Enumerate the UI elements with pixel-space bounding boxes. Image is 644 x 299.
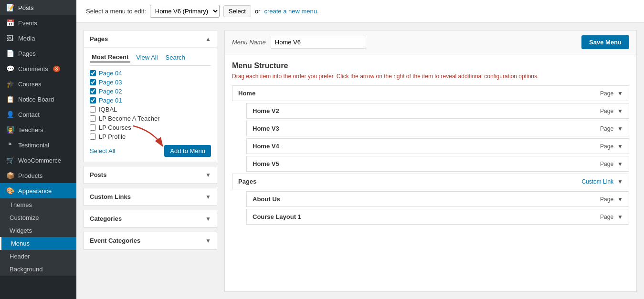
menu-item-home-v5-label: Home V5 — [253, 160, 279, 167]
sidebar-item-themes[interactable]: Themes — [0, 198, 76, 211]
menu-name-left: Menu Name — [232, 36, 366, 49]
menu-item-about-us-type: Page — [600, 196, 613, 203]
sidebar-item-label: Products — [18, 172, 42, 179]
menu-structure-hint: Drag each item into the order you prefer… — [232, 73, 629, 80]
menu-item-course-layout-1[interactable]: Course Layout 1 Page ▼ — [246, 209, 629, 225]
menu-item-about-us[interactable]: About Us Page ▼ — [246, 191, 629, 207]
background-label: Background — [10, 266, 42, 273]
menu-item-about-us-right: Page ▼ — [600, 196, 623, 203]
tab-most-recent[interactable]: Most Recent — [90, 52, 130, 62]
sidebar-item-media[interactable]: 🖼 Media — [0, 31, 76, 46]
tab-view-all[interactable]: View All — [134, 52, 159, 62]
categories-panel-header[interactable]: Categories ▼ — [84, 210, 217, 227]
main-content: Select a menu to edit: Home V6 (Primary)… — [76, 0, 644, 299]
save-menu-button[interactable]: Save Menu — [581, 35, 629, 49]
appearance-submenu: Themes Customize Widgets Menus Header Ba… — [0, 198, 76, 276]
menu-item-pages-label: Pages — [238, 178, 256, 185]
sidebar-item-courses[interactable]: 🎓 Courses — [0, 76, 76, 92]
menu-item-home-v2-right: Page ▼ — [600, 108, 623, 114]
checkbox-lp-profile-input[interactable] — [90, 134, 96, 140]
checkbox-lp-courses-label: LP Courses — [99, 124, 131, 131]
pages-panel-header[interactable]: Pages ▲ — [84, 31, 217, 48]
sidebar-item-noticeboard[interactable]: 📋 Notice Board — [0, 92, 76, 107]
sidebar-item-comments[interactable]: 💬 Comments 8 — [0, 61, 76, 76]
sidebar-item-pages[interactable]: 📄 Pages — [0, 46, 76, 61]
menu-select-dropdown[interactable]: Home V6 (Primary) — [150, 5, 220, 18]
add-to-menu-button[interactable]: Add to Menu — [164, 145, 211, 157]
left-panel: Pages ▲ Most Recent View All Search Page… — [84, 30, 217, 292]
sidebar-item-customize[interactable]: Customize — [0, 211, 76, 224]
event-categories-panel-title: Event Categories — [90, 237, 140, 244]
create-new-menu-link[interactable]: create a new menu. — [264, 8, 318, 15]
sidebar-item-testimonial[interactable]: ❝ Testimonial — [0, 137, 76, 153]
media-icon: 🖼 — [6, 34, 14, 42]
menu-name-label: Menu Name — [232, 39, 266, 46]
sidebar-item-header[interactable]: Header — [0, 250, 76, 263]
checkbox-page03-input[interactable] — [90, 79, 96, 85]
sidebar-item-label: Testimonial — [18, 142, 49, 149]
menu-item-home-v4[interactable]: Home V4 Page ▼ — [246, 138, 629, 154]
menu-item-home-type: Page — [600, 90, 613, 97]
checkbox-lp-courses-input[interactable] — [90, 124, 96, 131]
sidebar-item-background[interactable]: Background — [0, 263, 76, 276]
menu-item-home-v5[interactable]: Home V5 Page ▼ — [246, 156, 629, 172]
sidebar-item-label: Pages — [18, 50, 36, 57]
menu-item-home-v3-label: Home V3 — [253, 125, 279, 132]
menu-item-home-v4-arrow[interactable]: ▼ — [617, 143, 623, 150]
posts-panel-header[interactable]: Posts ▼ — [84, 166, 217, 184]
checkbox-page03: Page 03 — [90, 79, 211, 86]
checkbox-lp-become-input[interactable] — [90, 115, 96, 122]
menu-item-home-v3-right: Page ▼ — [600, 125, 623, 132]
menu-item-about-us-arrow[interactable]: ▼ — [617, 196, 623, 203]
select-all-link[interactable]: Select All — [90, 147, 115, 155]
categories-panel: Categories ▼ — [84, 210, 217, 228]
select-button[interactable]: Select — [223, 5, 251, 17]
menu-item-home[interactable]: Home Page ▼ — [232, 85, 629, 101]
checkbox-page04-input[interactable] — [90, 70, 96, 76]
menu-item-course-layout-1-arrow[interactable]: ▼ — [617, 214, 623, 220]
checkbox-page02-input[interactable] — [90, 88, 96, 94]
checkbox-lp-become-label: LP Become A Teacher — [99, 115, 159, 122]
checkbox-iqbal: IQBAL — [90, 106, 211, 113]
menu-item-home-v2-arrow[interactable]: ▼ — [617, 108, 623, 114]
menu-item-pages[interactable]: Pages Custom Link ▼ — [232, 174, 629, 189]
custom-links-panel: Custom Links ▼ — [84, 188, 217, 206]
menu-item-home-v3-arrow[interactable]: ▼ — [617, 125, 623, 132]
menus-label: Menus — [11, 240, 30, 247]
sidebar-item-label: Teachers — [18, 126, 43, 134]
tab-search[interactable]: Search — [164, 52, 187, 62]
checkbox-page01-input[interactable] — [90, 97, 96, 103]
pages-panel-body: Most Recent View All Search Page 04 Page… — [84, 48, 217, 162]
sidebar-item-teachers[interactable]: 👩‍🏫 Teachers — [0, 122, 76, 137]
custom-links-panel-header[interactable]: Custom Links ▼ — [84, 188, 217, 206]
sidebar-item-widgets[interactable]: Widgets — [0, 224, 76, 237]
menu-item-home-v3[interactable]: Home V3 Page ▼ — [246, 121, 629, 136]
sidebar-item-menus[interactable]: Menus — [0, 237, 76, 250]
checkbox-lp-courses: LP Courses — [90, 124, 211, 131]
sidebar-item-products[interactable]: 📦 Products — [0, 168, 76, 183]
events-icon: 📅 — [6, 19, 14, 27]
event-categories-panel-header[interactable]: Event Categories ▼ — [84, 232, 217, 249]
menu-item-home-v5-arrow[interactable]: ▼ — [617, 161, 623, 167]
menu-item-course-layout-1-label: Course Layout 1 — [253, 213, 301, 220]
sidebar-item-events[interactable]: 📅 Events — [0, 15, 76, 31]
menu-item-pages-arrow[interactable]: ▼ — [617, 178, 623, 185]
menu-item-home-v4-type: Page — [600, 143, 613, 150]
contact-icon: 👤 — [6, 111, 14, 118]
menu-item-course-layout-1-right: Page ▼ — [600, 214, 623, 220]
sidebar-item-posts[interactable]: 📝 Posts — [0, 0, 76, 15]
sidebar-item-woocommerce[interactable]: 🛒 WooCommerce — [0, 153, 76, 168]
pages-tabs: Most Recent View All Search — [90, 52, 211, 66]
top-bar: Select a menu to edit: Home V6 (Primary)… — [76, 0, 644, 23]
menu-item-home-v2-type: Page — [600, 108, 613, 114]
menu-item-home-arrow[interactable]: ▼ — [617, 90, 623, 97]
sidebar-item-label: WooCommerce — [18, 157, 61, 164]
checkbox-iqbal-input[interactable] — [90, 106, 96, 113]
menu-item-course-layout-1-type: Page — [600, 214, 613, 220]
custom-links-panel-title: Custom Links — [90, 193, 131, 200]
sidebar-appearance-header[interactable]: 🎨 Appearance — [0, 183, 76, 198]
menu-item-about-us-label: About Us — [253, 196, 280, 203]
menu-item-home-v2[interactable]: Home V2 Page ▼ — [246, 103, 629, 119]
menu-name-input[interactable] — [271, 36, 366, 49]
sidebar-item-contact[interactable]: 👤 Contact — [0, 107, 76, 122]
